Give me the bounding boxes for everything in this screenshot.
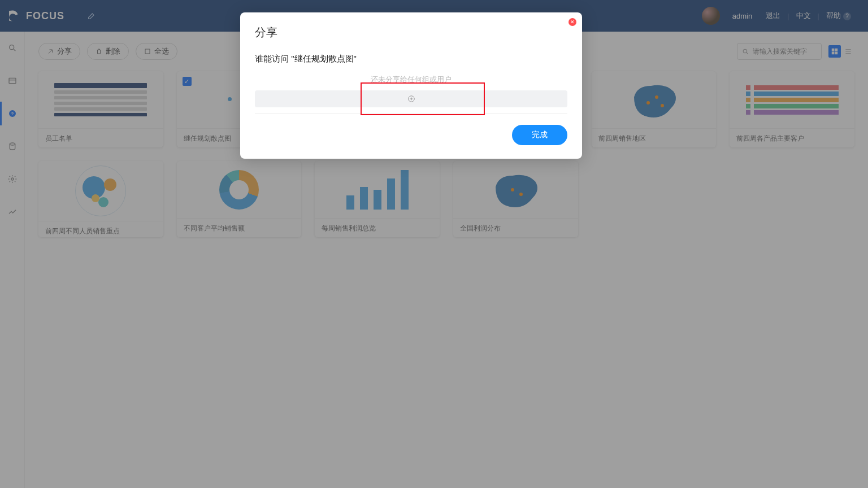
divider [255, 113, 567, 114]
modal-subtitle-name: 继任规划散点图 [294, 54, 354, 63]
modal-subtitle-suffix: " [354, 54, 357, 63]
add-share-button[interactable] [255, 90, 567, 107]
modal-subtitle: 谁能访问 "继任规划散点图" [255, 54, 567, 64]
close-icon[interactable]: ✕ [568, 18, 576, 26]
modal-subtitle-prefix: 谁能访问 " [255, 54, 294, 63]
empty-state-text: 还未分享给任何组或用户 [255, 75, 567, 85]
done-button[interactable]: 完成 [512, 125, 567, 145]
share-modal: ✕ 分享 谁能访问 "继任规划散点图" 还未分享给任何组或用户 完成 [240, 12, 582, 159]
plus-circle-icon [407, 95, 415, 103]
modal-title: 分享 [255, 25, 567, 40]
